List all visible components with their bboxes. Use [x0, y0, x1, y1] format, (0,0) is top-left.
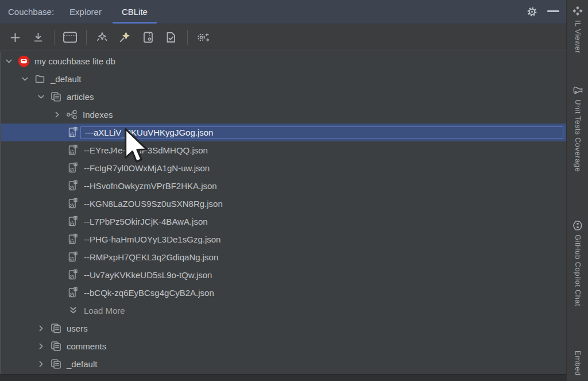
- chevron-right-icon[interactable]: [52, 110, 62, 119]
- toolbar-separator: [86, 30, 87, 45]
- collection-icon: [49, 340, 62, 352]
- json-document-icon: [67, 126, 79, 138]
- tree-row-label: _default: [67, 359, 97, 369]
- tree-row-document[interactable]: --RMPxpH7QEKL3q2GdiqaNg.json: [0, 248, 566, 266]
- chevron-down-icon[interactable]: [20, 75, 30, 83]
- json-document-icon: [67, 269, 79, 281]
- json-document-icon: [67, 287, 79, 299]
- tree-row-document[interactable]: --EYreJ4e-gGuP3SdMHQQ.json: [0, 141, 566, 159]
- collection-icon: [49, 358, 62, 370]
- unit-tests-coverage-icon: [572, 85, 583, 95]
- database-tree: my couchbase lite db _default: [0, 52, 566, 375]
- tree-row-label: --Uv7ayKVKkeUD5sL9o-tQw.json: [84, 270, 212, 280]
- tree-row-label: --KGN8LaZOUS9Sz0uSXN8Rg.json: [84, 199, 223, 209]
- tree-row-collection[interactable]: users: [0, 320, 566, 337]
- minimize-icon[interactable]: [547, 10, 559, 12]
- tab-explorer[interactable]: Explorer: [60, 0, 111, 24]
- tree-row-load-more[interactable]: Load More: [0, 302, 566, 320]
- collection-icon: [49, 91, 62, 103]
- stripe-label: GitHub Copilot Chat: [574, 234, 582, 306]
- settings-sync-icon[interactable]: [195, 29, 211, 45]
- chevron-right-icon[interactable]: [36, 342, 46, 351]
- console-window-icon[interactable]: [62, 29, 78, 45]
- title-bar: Couchbase: Explorer CBLite: [0, 0, 566, 24]
- chevron-down-icon[interactable]: [36, 93, 46, 101]
- tree-row-collection[interactable]: _default: [0, 355, 566, 373]
- tree-row-document[interactable]: --FcIgR7yl0OWxMjA1gN-uw.json: [0, 159, 566, 177]
- tab-cblite-label: CBLite: [122, 7, 148, 17]
- tab-cblite[interactable]: CBLite: [113, 0, 157, 24]
- json-document-icon: [67, 198, 79, 210]
- panel-left-edge: [0, 52, 1, 374]
- add-icon[interactable]: [7, 29, 23, 45]
- tree-row-label: --HSvofnOwkyzmVPrBF2HKA.json: [84, 181, 217, 191]
- couchbase-database-icon: [17, 55, 30, 67]
- tree-row-indexes[interactable]: Indexes: [0, 106, 566, 124]
- tree-row-label: users: [67, 324, 88, 333]
- json-document-icon: [67, 180, 79, 192]
- json-document-icon: [67, 233, 79, 245]
- tree-row-document[interactable]: --KGN8LaZOUS9Sz0uSXN8Rg.json: [0, 195, 566, 213]
- download-icon[interactable]: [30, 29, 46, 45]
- export-archive-icon[interactable]: [140, 29, 156, 45]
- tree-row-label: _default: [51, 74, 81, 84]
- tree-row-database[interactable]: my couchbase lite db: [0, 52, 566, 70]
- tree-row-document[interactable]: --bCQk-zq6EyBCsg4gCyB2A.json: [0, 284, 566, 302]
- tree-row-scope[interactable]: _default: [0, 70, 566, 88]
- tree-row-label: comments: [67, 341, 106, 351]
- copilot-icon: [573, 220, 583, 231]
- tree-row-document[interactable]: --HSvofnOwkyzmVPrBF2HKA.json: [0, 177, 566, 195]
- tree-row-document[interactable]: --Uv7ayKVKkeUD5sL9o-tQw.json: [0, 266, 566, 284]
- tree-row-label: --PHG-haHmUOYyL3De1sGzg.json: [84, 234, 220, 244]
- tool-window-title: Couchbase:: [8, 7, 54, 17]
- tree-row-label: articles: [67, 92, 94, 102]
- tree-row-document-selected[interactable]: ---aXLLiV_0KUuVHKygJGog.json: [0, 124, 566, 141]
- tree-row-collection[interactable]: comments: [0, 337, 566, 355]
- stripe-item-embed[interactable]: Embed: [567, 351, 588, 376]
- tree-row-label: --EYreJ4e-gGuP3SdMHQQ.json: [84, 145, 208, 155]
- json-document-icon: [67, 162, 79, 174]
- toolbar-separator: [187, 30, 188, 45]
- tree-row-label: --bCQk-zq6EyBCsg4gCyB2A.json: [84, 288, 214, 298]
- folder-icon: [33, 74, 46, 84]
- magic-wand-icon[interactable]: [94, 29, 110, 45]
- json-document-icon: [67, 215, 79, 228]
- tree-row-label: --L7PbPz5OkirJCjK-4BAwA.json: [84, 217, 208, 226]
- load-more-label: Load More: [84, 306, 125, 315]
- stripe-item-github-copilot-chat[interactable]: GitHub Copilot Chat: [567, 221, 588, 306]
- toolbar-separator: [54, 30, 55, 45]
- tree-row-label: ---aXLLiV_0KUuVHKygJGog.json: [80, 126, 563, 139]
- tree-row-document[interactable]: --PHG-haHmUOYyL3De1sGzg.json: [0, 230, 566, 248]
- chevron-right-icon[interactable]: [36, 324, 46, 333]
- stripe-label: Embed: [574, 351, 582, 376]
- tree-row-label: Indexes: [83, 110, 113, 120]
- couchbase-tool-window: Couchbase: Explorer CBLite: [0, 0, 588, 381]
- json-document-icon: [67, 251, 79, 263]
- toolbar: [0, 24, 566, 51]
- tree-row-document[interactable]: --L7PbPz5OkirJCjK-4BAwA.json: [0, 213, 566, 230]
- magic-wand-active-icon[interactable]: [117, 29, 133, 45]
- tab-explorer-label: Explorer: [69, 7, 102, 17]
- tree-row-label: --RMPxpH7QEKL3q2GdiqaNg.json: [84, 252, 218, 262]
- stripe-item-unit-tests-coverage[interactable]: Unit Tests Coverage: [567, 85, 588, 172]
- json-document-icon: [67, 144, 79, 156]
- double-chevron-down-icon: [67, 306, 79, 315]
- indexes-icon: [65, 110, 78, 120]
- stripe-label: Unit Tests Coverage: [574, 99, 582, 172]
- gear-icon[interactable]: [526, 6, 538, 18]
- active-tab-underline: [113, 22, 157, 24]
- il-viewer-icon: [572, 6, 583, 16]
- tree-row-label: --FcIgR7yl0OWxMjA1gN-uw.json: [84, 163, 210, 173]
- stripe-item-il-viewer[interactable]: IL Viewer: [567, 6, 588, 53]
- right-tool-stripe: IL Viewer Unit Tests Coverage GitHub Cop…: [566, 0, 588, 381]
- chevron-right-icon[interactable]: [36, 360, 46, 368]
- panel-bottom-strip: [0, 374, 566, 381]
- document-check-icon[interactable]: [163, 29, 179, 45]
- tree-row-label: my couchbase lite db: [34, 56, 115, 66]
- chevron-down-icon[interactable]: [3, 57, 14, 66]
- tree-row-collection[interactable]: articles: [0, 88, 566, 106]
- stripe-label: IL Viewer: [574, 20, 582, 53]
- collection-icon: [49, 322, 62, 334]
